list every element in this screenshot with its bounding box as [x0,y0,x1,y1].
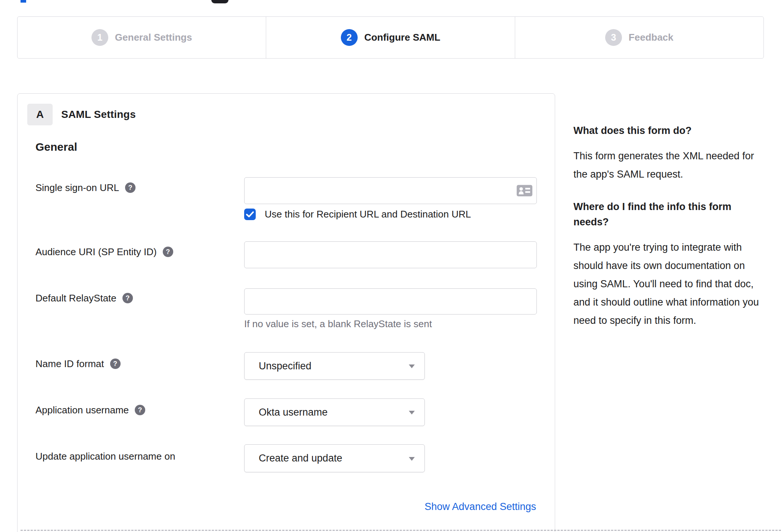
sso-url-input-wrap [244,177,537,204]
step-general-settings[interactable]: 1 General Settings [18,17,266,58]
name-id-format-label: Name ID format [35,358,104,370]
help-icon[interactable]: ? [110,359,121,369]
name-id-format-label-row: Name ID format ? [35,358,121,370]
application-username-label: Application username [35,404,129,416]
update-username-select[interactable]: Create and update [244,444,425,472]
general-group-heading: General [35,141,77,153]
help-sidebar: What does this form do? This form genera… [573,123,760,330]
relaystate-input-wrap [244,288,537,314]
step-feedback[interactable]: 3 Feedback [515,17,763,58]
step-number-badge: 3 [605,29,622,46]
relaystate-input[interactable] [244,288,537,314]
step-label: Feedback [629,32,673,43]
relaystate-label-row: Default RelayState ? [35,292,133,304]
dashed-section-divider [21,530,781,531]
caret-down-icon [409,457,415,461]
relaystate-hint: If no value is set, a blank RelayState i… [244,318,432,330]
step-configure-saml[interactable]: 2 Configure SAML [266,17,514,58]
name-id-format-select[interactable]: Unspecified [244,352,425,380]
audience-uri-input[interactable] [244,241,537,268]
update-username-value: Create and update [259,453,342,464]
step-label: Configure SAML [364,32,441,43]
application-username-select[interactable]: Okta username [244,398,425,426]
top-left-cropped-fragment [21,0,26,3]
caret-down-icon [409,411,415,414]
audience-uri-input-wrap [244,241,537,268]
wizard-stepper: 1 General Settings 2 Configure SAML 3 Fe… [17,16,764,59]
recipient-url-checkbox-label: Use this for Recipient URL and Destinati… [265,209,471,220]
help-question-2: Where do I find the info this form needs… [573,199,760,230]
section-title: SAML Settings [61,104,136,125]
sso-url-label-row: Single sign-on URL ? [35,182,136,194]
relaystate-label: Default RelayState [35,292,116,304]
help-question-1: What does this form do? [573,123,760,138]
help-answer-2: The app you're trying to integrate with … [573,238,760,330]
application-username-value: Okta username [259,407,328,418]
sso-url-input[interactable] [244,177,537,204]
recipient-url-checkbox[interactable] [244,209,256,220]
update-username-label: Update application username on [35,451,175,462]
application-username-label-row: Application username ? [35,404,145,416]
step-number-badge: 1 [91,29,108,46]
help-icon[interactable]: ? [122,293,133,303]
name-id-format-value: Unspecified [259,360,311,372]
saml-settings-panel: A SAML Settings General Single sign-on U… [17,93,555,532]
section-a-badge: A [27,104,53,125]
help-icon[interactable]: ? [135,405,145,415]
audience-uri-label: Audience URI (SP Entity ID) [35,246,157,258]
help-icon[interactable]: ? [125,182,136,193]
update-username-label-row: Update application username on [35,450,175,462]
sso-url-label: Single sign-on URL [35,182,119,194]
audience-uri-label-row: Audience URI (SP Entity ID) ? [35,246,173,258]
top-cropped-dark-fragment [211,0,228,3]
contact-card-icon[interactable] [517,185,532,197]
step-label: General Settings [115,32,192,43]
help-answer-1: This form generates the XML needed for t… [573,147,760,184]
caret-down-icon [409,364,415,368]
checkmark-icon [246,211,254,218]
show-advanced-settings-link[interactable]: Show Advanced Settings [424,501,536,513]
step-number-badge: 2 [341,29,358,46]
help-icon[interactable]: ? [163,247,173,257]
